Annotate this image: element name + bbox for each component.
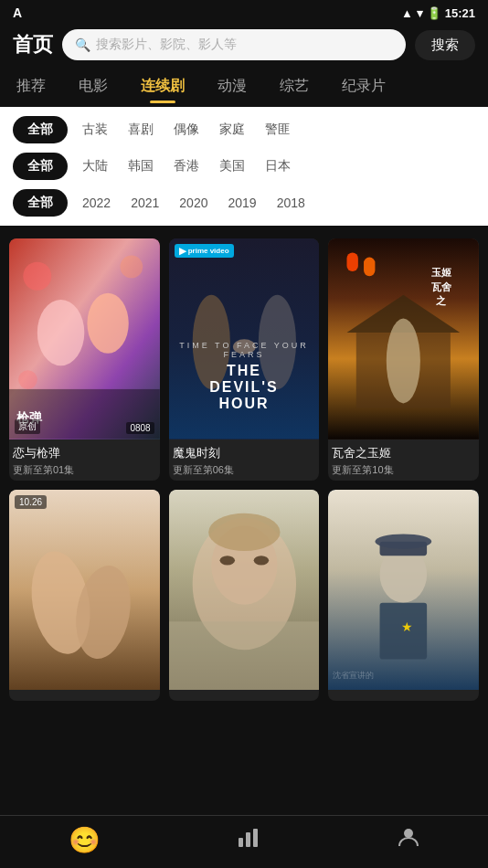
card-poster-4: 10.26 [9, 490, 160, 691]
prime-badge: ▶ prime video [175, 244, 234, 258]
card-subtitle-2: 更新至第06集 [173, 463, 316, 477]
list-item[interactable]: ▶ prime video TIME TO FACE YOUR FEARS TH… [169, 238, 320, 481]
filter-tag-2022[interactable]: 2022 [75, 192, 118, 214]
filter-tag-ouxiang[interactable]: 偶像 [166, 118, 207, 142]
card-info-4 [9, 690, 160, 701]
tab-movie[interactable]: 电影 [62, 73, 124, 100]
filter-tag-dalu[interactable]: 大陆 [75, 154, 115, 178]
poster-title-text: TIME TO FACE YOUR FEARS THE DEVIL'S HOUR [169, 341, 320, 412]
card-subtitle-3: 更新至第10集 [332, 463, 475, 477]
svg-rect-14 [364, 258, 375, 277]
svg-point-28 [253, 556, 268, 565]
signal-icon: ▲ [401, 6, 413, 20]
svg-point-1 [37, 300, 85, 365]
content-grid: 枪弹 原创 0808 恋与枪弹 更新至第01集 [9, 238, 479, 701]
bottom-nav-profile[interactable] [397, 825, 420, 855]
filter-tag-2020[interactable]: 2020 [172, 192, 215, 214]
search-icon: 🔍 [75, 37, 90, 52]
page-title: 首页 [13, 31, 53, 58]
chart-icon [237, 825, 260, 855]
filter-tag-jiating[interactable]: 家庭 [212, 118, 252, 142]
search-button[interactable]: 搜索 [415, 30, 475, 60]
card-info-6 [328, 690, 479, 701]
filter-section: 全部 古装 喜剧 偶像 家庭 警匪 全部 大陆 韩国 香港 美国 日本 全部 2… [0, 107, 488, 226]
card-poster-1: 枪弹 原创 0808 [9, 238, 160, 439]
nav-tabs: 推荐 电影 连续剧 动漫 综艺 纪录片 [0, 69, 488, 107]
svg-text:瓦舍: 瓦舍 [431, 281, 452, 292]
filter-tag-2018[interactable]: 2018 [270, 192, 313, 214]
bottom-nav-home[interactable]: 😊 [69, 825, 101, 855]
card-title-3: 瓦舍之玉姬 [332, 445, 475, 461]
filter-row-year: 全部 2022 2021 2020 2019 2018 [13, 189, 475, 217]
card-poster-2: ▶ prime video TIME TO FACE YOUR FEARS TH… [169, 238, 320, 439]
svg-rect-30 [169, 621, 320, 690]
svg-point-29 [208, 513, 280, 550]
list-item[interactable] [169, 490, 320, 702]
filter-row-genre: 全部 古装 喜剧 偶像 家庭 警匪 [13, 116, 475, 143]
filter-tag-meiguo[interactable]: 美国 [212, 154, 252, 178]
episode-count-1: 0808 [126, 422, 154, 434]
svg-rect-13 [347, 252, 358, 271]
svg-rect-38 [239, 838, 243, 847]
card-info-3: 瓦舍之玉姬 更新至第10集 [328, 439, 479, 481]
svg-point-34 [376, 534, 432, 548]
filter-tag-2021[interactable]: 2021 [123, 192, 166, 214]
card-poster-3: 玉姬 瓦舍 之 [328, 238, 479, 439]
search-placeholder: 搜索影片、影院、影人等 [96, 37, 393, 53]
wifi-icon: ▾ [417, 6, 423, 20]
filter-tag-riben[interactable]: 日本 [258, 154, 298, 178]
svg-text:玉姬: 玉姬 [431, 267, 452, 278]
card-info-2: 魔鬼时刻 更新至第06集 [169, 439, 320, 481]
svg-rect-39 [246, 832, 250, 847]
tab-documentary[interactable]: 纪录片 [325, 73, 402, 100]
svg-point-2 [87, 293, 128, 354]
search-bar[interactable]: 🔍 搜索影片、影院、影人等 [62, 29, 406, 60]
svg-point-41 [404, 829, 413, 838]
profile-icon [397, 825, 420, 855]
svg-point-27 [219, 556, 234, 565]
list-item[interactable]: 玉姬 瓦舍 之 瓦舍之玉姬 更新至第10集 [328, 238, 479, 481]
episode-badge-1: 原创 [15, 419, 40, 434]
filter-tag-2019[interactable]: 2019 [220, 192, 263, 214]
card-info-5 [169, 690, 320, 701]
filter-region-all[interactable]: 全部 [13, 153, 68, 180]
status-bar: A ▲ ▾ 🔋 15:21 [0, 0, 488, 22]
list-item[interactable]: 10.26 [9, 490, 160, 702]
home-icon: 😊 [69, 825, 101, 855]
time-display: 15:21 [445, 6, 475, 20]
filter-year-all[interactable]: 全部 [13, 189, 68, 217]
svg-point-4 [120, 256, 143, 279]
card-info-1: 恋与枪弹 更新至第01集 [9, 439, 160, 481]
battery-icon: 🔋 [427, 6, 441, 20]
filter-tag-xiju[interactable]: 喜剧 [121, 118, 161, 142]
svg-point-5 [18, 370, 37, 389]
svg-rect-40 [253, 829, 258, 847]
filter-tag-jingfei[interactable]: 警匪 [258, 118, 298, 142]
tab-recommend[interactable]: 推荐 [0, 73, 62, 100]
bottom-nav: 😊 [0, 815, 488, 868]
filter-tag-guzhuang[interactable]: 古装 [75, 118, 115, 142]
tab-variety[interactable]: 综艺 [263, 73, 325, 100]
filter-row-region: 全部 大陆 韩国 香港 美国 日本 [13, 153, 475, 180]
filter-tag-xianggang[interactable]: 香港 [166, 154, 207, 178]
filter-tag-hanguo[interactable]: 韩国 [121, 154, 161, 178]
bottom-nav-chart[interactable] [237, 825, 260, 855]
svg-text:★: ★ [402, 619, 414, 633]
filter-genre-tags: 古装 喜剧 偶像 家庭 警匪 [75, 118, 298, 142]
svg-text:之: 之 [435, 295, 447, 306]
filter-genre-all[interactable]: 全部 [13, 116, 68, 143]
content-area: 枪弹 原创 0808 恋与枪弹 更新至第01集 [0, 226, 488, 774]
carrier-icon: A [13, 5, 22, 20]
list-item[interactable]: 枪弹 原创 0808 恋与枪弹 更新至第01集 [9, 238, 160, 481]
card-title-1: 恋与枪弹 [13, 445, 156, 461]
tab-anime[interactable]: 动漫 [201, 73, 263, 100]
date-badge-4: 10.26 [15, 495, 47, 509]
filter-region-tags: 大陆 韩国 香港 美国 日本 [75, 154, 298, 178]
card-poster-5 [169, 490, 320, 691]
svg-point-17 [387, 319, 420, 404]
tab-series[interactable]: 连续剧 [124, 73, 201, 100]
card-poster-6: ★ 沈省宣讲的 [328, 490, 479, 691]
svg-point-3 [23, 262, 51, 291]
list-item[interactable]: ★ 沈省宣讲的 [328, 490, 479, 702]
filter-year-tags: 2022 2021 2020 2019 2018 [75, 192, 313, 214]
